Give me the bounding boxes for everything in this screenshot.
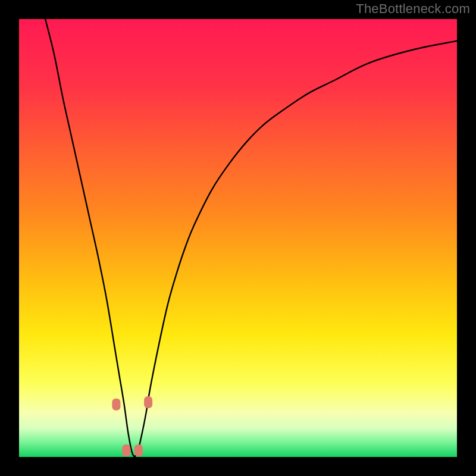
curve-marker — [144, 396, 152, 408]
chart-svg — [19, 19, 457, 457]
curve-marker — [112, 399, 120, 411]
watermark-text: TheBottleneck.com — [356, 1, 470, 17]
curve-marker — [134, 444, 143, 456]
curve-marker — [122, 444, 130, 456]
outer-frame: TheBottleneck.com — [0, 0, 476, 476]
plot-area — [19, 19, 457, 457]
gradient-background — [19, 19, 457, 457]
